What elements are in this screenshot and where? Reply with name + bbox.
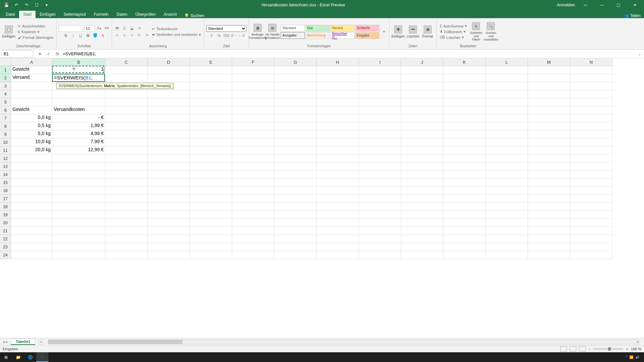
cell-A22[interactable] — [11, 235, 52, 243]
cell-M5[interactable] — [528, 98, 570, 106]
cell-I4[interactable] — [359, 90, 401, 98]
row-header-14[interactable]: 14 — [0, 171, 11, 179]
enter-formula-icon[interactable]: ✓ — [45, 51, 52, 57]
hscroll-thumb[interactable] — [48, 340, 182, 344]
cell-A13[interactable] — [11, 163, 52, 171]
cell-B12[interactable] — [52, 155, 105, 163]
cell-G4[interactable] — [274, 90, 317, 98]
cell-C17[interactable] — [105, 195, 148, 203]
cell-M4[interactable] — [528, 90, 570, 98]
cell-J23[interactable] — [401, 243, 443, 251]
cell-N5[interactable] — [570, 98, 612, 106]
cell-G24[interactable] — [274, 251, 317, 259]
increase-font-icon[interactable]: A▴ — [96, 25, 102, 31]
cell-I14[interactable] — [359, 171, 401, 179]
cell-E16[interactable] — [190, 187, 232, 195]
cell-D8[interactable] — [148, 122, 190, 130]
cell-F19[interactable] — [232, 211, 274, 219]
cell-C5[interactable] — [105, 98, 148, 106]
cut-button[interactable]: ✂Ausschneiden — [17, 24, 54, 29]
cell-J13[interactable] — [401, 163, 443, 171]
cell-G13[interactable] — [274, 163, 317, 171]
cell-K7[interactable] — [443, 114, 486, 122]
view-page-layout-icon[interactable] — [570, 346, 576, 352]
cell-K12[interactable] — [443, 155, 486, 163]
qat-customize-icon[interactable]: ▾ — [44, 2, 50, 8]
cell-D4[interactable] — [148, 90, 190, 98]
sort-filter-button[interactable]: ⇅Sortieren und Filtern — [469, 21, 483, 43]
cell-G22[interactable] — [274, 235, 317, 243]
cell-J21[interactable] — [401, 227, 443, 235]
cell-B11[interactable]: 12,99 € — [52, 146, 105, 155]
cell-B7[interactable]: - € — [52, 114, 105, 122]
cell-E20[interactable] — [190, 219, 232, 227]
cell-L11[interactable] — [486, 146, 528, 155]
cell-A12[interactable] — [11, 155, 52, 163]
font-color-icon[interactable]: A — [100, 33, 106, 39]
cell-A9[interactable]: 5,0 kg — [11, 130, 52, 138]
cell-G23[interactable] — [274, 243, 317, 251]
cell-K16[interactable] — [443, 187, 486, 195]
cell-L10[interactable] — [486, 138, 528, 146]
cell-M1[interactable] — [528, 66, 570, 74]
cell-B13[interactable] — [52, 163, 105, 171]
cell-N8[interactable] — [570, 122, 612, 130]
cell-E21[interactable] — [190, 227, 232, 235]
cell-F22[interactable] — [232, 235, 274, 243]
cell-C1[interactable] — [105, 66, 148, 74]
cell-G6[interactable] — [274, 106, 317, 114]
row-header-20[interactable]: 20 — [0, 219, 11, 227]
underline-icon[interactable]: U — [77, 33, 84, 39]
expand-formula-bar-icon[interactable]: ⌄ — [635, 52, 644, 56]
cell-A14[interactable] — [11, 171, 52, 179]
cell-B22[interactable] — [52, 235, 105, 243]
cell-H16[interactable] — [317, 187, 359, 195]
cell-C24[interactable] — [105, 251, 148, 259]
cell-H22[interactable] — [317, 235, 359, 243]
cell-F12[interactable] — [232, 155, 274, 163]
style-neutral[interactable]: Neutral — [330, 25, 355, 32]
cell-A21[interactable] — [11, 227, 52, 235]
cell-D11[interactable] — [148, 146, 190, 155]
cell-G1[interactable] — [274, 66, 317, 74]
cell-H3[interactable] — [317, 82, 359, 90]
cell-E2[interactable] — [190, 74, 232, 82]
cell-L15[interactable] — [486, 179, 528, 187]
cell-I13[interactable] — [359, 163, 401, 171]
cell-N6[interactable] — [570, 106, 612, 114]
cell-B16[interactable] — [52, 187, 105, 195]
cell-B15[interactable] — [52, 179, 105, 187]
cell-C13[interactable] — [105, 163, 148, 171]
cell-K1[interactable] — [443, 66, 486, 74]
cell-M21[interactable] — [528, 227, 570, 235]
cell-G20[interactable] — [274, 219, 317, 227]
cell-I10[interactable] — [359, 138, 401, 146]
cell-A8[interactable]: 0,5 kg — [11, 122, 52, 130]
cell-D17[interactable] — [148, 195, 190, 203]
zoom-out-icon[interactable]: − — [588, 347, 590, 351]
row-header-11[interactable]: 11 — [0, 146, 11, 155]
cell-C7[interactable] — [105, 114, 148, 122]
cell-J18[interactable] — [401, 203, 443, 211]
cell-M15[interactable] — [528, 179, 570, 187]
cell-A10[interactable]: 10,0 kg — [11, 138, 52, 146]
cell-H1[interactable] — [317, 66, 359, 74]
cell-J1[interactable] — [401, 66, 443, 74]
cell-H2[interactable] — [317, 74, 359, 82]
col-header-D[interactable]: D — [148, 58, 190, 66]
row-header-9[interactable]: 9 — [0, 130, 11, 138]
cell-G5[interactable] — [274, 98, 317, 106]
cell-A3[interactable] — [11, 82, 52, 90]
cell-I18[interactable] — [359, 203, 401, 211]
cell-B6[interactable]: Versandkosten — [52, 106, 105, 114]
cell-B21[interactable] — [52, 227, 105, 235]
cell-A19[interactable] — [11, 211, 52, 219]
col-header-B[interactable]: B — [52, 58, 105, 66]
row-header-8[interactable]: 8 — [0, 122, 11, 130]
formula-bar-input[interactable] — [61, 51, 635, 57]
cell-I5[interactable] — [359, 98, 401, 106]
cell-F11[interactable] — [232, 146, 274, 155]
cell-E11[interactable] — [190, 146, 232, 155]
cell-N14[interactable] — [570, 171, 612, 179]
row-header-4[interactable]: 4 — [0, 90, 11, 98]
